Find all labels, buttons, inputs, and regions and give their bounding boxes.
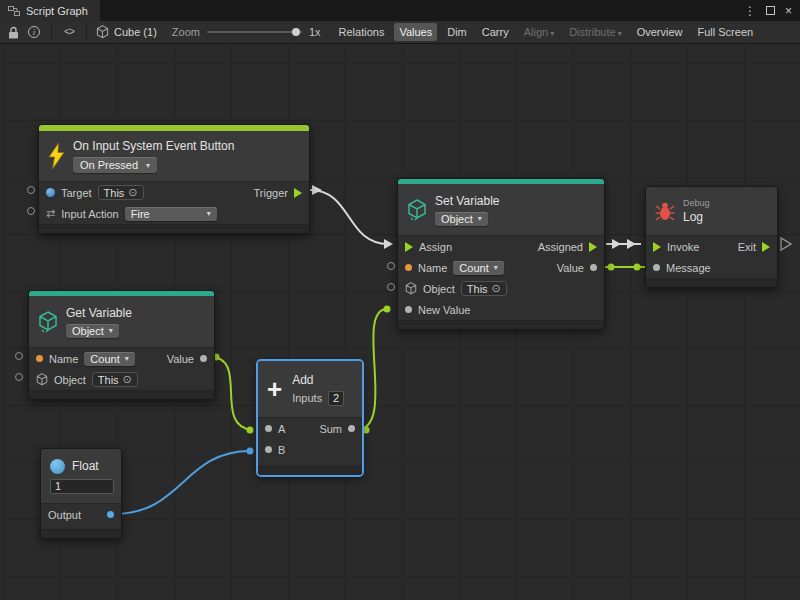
name-label: Name (418, 262, 447, 274)
exit-output-port[interactable] (762, 242, 770, 252)
node-body: Assign Assigned Name Count ▾ Value (398, 235, 604, 320)
close-icon[interactable]: × (785, 5, 792, 17)
value-label: Value (167, 353, 194, 365)
node-header: Get Variable Object ▾ (29, 296, 214, 347)
chevron-down-icon: ▾ (618, 29, 622, 38)
zoom-slider[interactable] (207, 25, 302, 39)
node-body: A Sum B (258, 417, 362, 466)
node-on-input-system-event-button[interactable]: On Input System Event Button On Pressed … (38, 124, 310, 234)
input-action-input-port[interactable] (27, 207, 35, 215)
zoom-value: 1x (309, 26, 321, 38)
assigned-output-port[interactable] (589, 242, 597, 252)
input-action-label: Input Action (61, 208, 119, 220)
output-port[interactable] (107, 511, 114, 518)
sum-label: Sum (319, 423, 342, 435)
assigned-label: Assigned (538, 241, 583, 253)
graph-target[interactable]: Cube (1) (114, 26, 157, 38)
target-value-chip[interactable]: This ⊙ (98, 185, 144, 200)
port-row: ⇄ Input Action Fire ▾ (39, 203, 309, 224)
variable-kind-dropdown[interactable]: Object ▾ (435, 212, 488, 226)
object-value-chip[interactable]: This ⊙ (461, 281, 507, 296)
input-action-dropdown[interactable]: Fire ▾ (125, 207, 217, 221)
invoke-input-port[interactable] (653, 242, 661, 252)
event-mode-dropdown[interactable]: On Pressed ▾ (73, 157, 157, 173)
value-output-port[interactable] (590, 264, 597, 271)
name-input-port[interactable] (405, 264, 412, 271)
node-body: Name Count ▾ Value Object This ⊙ (29, 347, 214, 390)
zoom-label: Zoom (172, 26, 200, 38)
code-icon[interactable]: <> (61, 24, 77, 40)
window-controls: ⋮ × (744, 0, 800, 21)
chevron-down-icon: ▾ (550, 29, 554, 38)
name-dropdown[interactable]: Count ▾ (453, 261, 503, 275)
trigger-output-port[interactable] (294, 188, 302, 198)
input-action-icon: ⇄ (46, 207, 55, 220)
variable-kind-dropdown[interactable]: Object ▾ (66, 324, 119, 338)
align-button[interactable]: Align▾ (519, 23, 559, 41)
float-value-field[interactable]: 1 (50, 479, 114, 494)
a-input-port[interactable] (265, 425, 272, 432)
node-body: Invoke Exit Message (646, 235, 777, 278)
node-title: Get Variable (66, 306, 132, 320)
name-label: Name (49, 353, 78, 365)
name-input-port[interactable] (36, 355, 43, 362)
message-label: Message (666, 262, 711, 274)
fullscreen-button[interactable]: Full Screen (693, 23, 759, 41)
node-footer (258, 466, 362, 475)
node-add[interactable]: + Add Inputs 2 A Sum B (257, 360, 363, 476)
node-footer (29, 390, 214, 399)
node-debug-log[interactable]: Debug Log Invoke Exit Message (645, 186, 778, 288)
chevron-down-icon: ▾ (125, 354, 129, 363)
event-mode-value: On Pressed (80, 159, 138, 171)
new-value-input-port[interactable] (405, 306, 412, 313)
object-label: Object (54, 374, 86, 386)
name-value: Count (90, 353, 119, 365)
self-target-icon: ⊙ (492, 283, 501, 294)
exit-label: Exit (738, 241, 756, 253)
self-target-icon: ⊙ (123, 374, 132, 385)
carry-button[interactable]: Carry (477, 23, 514, 41)
script-graph-icon (8, 5, 20, 17)
lock-icon[interactable] (5, 24, 21, 40)
object-port[interactable] (387, 283, 395, 291)
value-output-port[interactable] (200, 355, 207, 362)
info-icon[interactable]: i (26, 24, 42, 40)
b-label: B (278, 444, 285, 456)
inputs-count-field[interactable]: 2 (328, 391, 344, 406)
name-port[interactable] (15, 352, 23, 360)
name-dropdown[interactable]: Count ▾ (84, 352, 134, 366)
message-input-port[interactable] (653, 264, 660, 271)
invoke-label: Invoke (667, 241, 699, 253)
toolbar-separator (86, 25, 87, 39)
node-title: Log (683, 210, 703, 224)
input-action-value: Fire (131, 208, 150, 220)
info-glyph: i (28, 26, 40, 38)
tab-title: Script Graph (26, 5, 88, 17)
port-row: Object This ⊙ (398, 278, 604, 299)
sum-output-port[interactable] (348, 425, 355, 432)
object-port[interactable] (15, 373, 23, 381)
values-button[interactable]: Values (394, 23, 437, 41)
distribute-label: Distribute (569, 26, 615, 38)
assign-input-port[interactable] (405, 242, 413, 252)
trigger-label: Trigger (254, 187, 288, 199)
node-set-variable[interactable]: Set Variable Object ▾ Assign Assigned Na… (397, 178, 605, 330)
target-input-port[interactable] (27, 186, 35, 194)
chevron-down-icon: ▾ (146, 161, 150, 170)
name-port[interactable] (387, 262, 395, 270)
node-float[interactable]: Float 1 Output (40, 448, 122, 539)
port-row: A Sum (258, 418, 362, 439)
chevron-down-icon: ▾ (207, 209, 211, 218)
overview-button[interactable]: Overview (632, 23, 688, 41)
zoom-slider-handle[interactable] (292, 28, 300, 36)
object-value-chip[interactable]: This ⊙ (92, 372, 138, 387)
tab-script-graph[interactable]: Script Graph (0, 0, 100, 21)
node-get-variable[interactable]: Get Variable Object ▾ Name Count ▾ Value (28, 290, 215, 400)
dim-button[interactable]: Dim (442, 23, 472, 41)
b-input-port[interactable] (265, 446, 272, 453)
maximize-icon[interactable] (766, 6, 775, 15)
relations-button[interactable]: Relations (334, 23, 390, 41)
kebab-menu-icon[interactable]: ⋮ (744, 5, 756, 17)
distribute-button[interactable]: Distribute▾ (564, 23, 626, 41)
node-footer (398, 320, 604, 329)
